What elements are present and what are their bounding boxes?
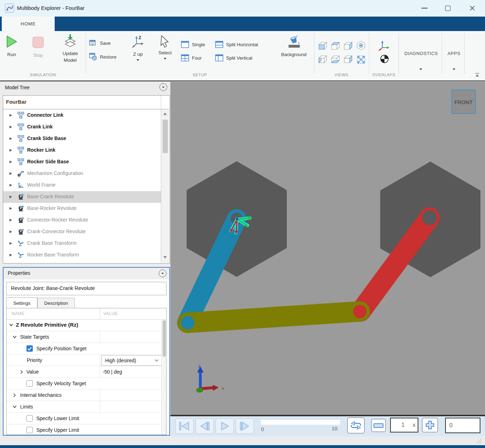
diagnostics-button[interactable]: DIAGNOSTICS — [401, 51, 442, 56]
tree-item-rocker-base-transform[interactable]: Rocker Base Transform — [3, 249, 161, 261]
scroll-up-icon[interactable] — [163, 113, 167, 115]
properties-collapse-button[interactable] — [159, 270, 166, 277]
step-back-button[interactable] — [195, 418, 214, 434]
expand-triangle-icon[interactable] — [10, 149, 12, 152]
view-left-icon[interactable] — [318, 55, 327, 63]
expand-triangle-icon[interactable] — [10, 137, 12, 140]
tree-item-connector-link[interactable]: Connector Link — [3, 110, 161, 121]
chevron-down-icon[interactable] — [12, 405, 17, 408]
view-cube-front-badge[interactable]: FRONT — [452, 90, 475, 114]
specify-lower-limit-checkbox[interactable] — [26, 415, 33, 422]
time-field[interactable]: 0 — [445, 418, 480, 433]
z-up-dropdown-caret[interactable] — [137, 59, 139, 61]
chevron-right-icon[interactable] — [20, 370, 23, 374]
speed-display[interactable]: 1 x — [390, 418, 418, 432]
expand-triangle-icon[interactable] — [10, 230, 12, 233]
tree-item-rocker-side-base[interactable]: Rocker Side Base — [3, 156, 161, 168]
properties-scrollbar[interactable] — [162, 320, 166, 435]
resize-grip[interactable] — [476, 438, 482, 444]
expand-triangle-icon[interactable] — [10, 207, 12, 210]
priority-dropdown[interactable]: High (desired) — [101, 355, 163, 366]
tab-description[interactable]: Description — [37, 298, 75, 308]
select-dropdown-caret[interactable] — [164, 58, 166, 60]
collapse-ribbon-button[interactable] — [474, 73, 480, 78]
view-right-icon[interactable] — [344, 55, 353, 63]
diagnostics-caret[interactable] — [419, 68, 422, 70]
expand-triangle-icon[interactable] — [10, 195, 12, 198]
chevron-down-icon[interactable] — [12, 335, 17, 339]
view-isometric-icon[interactable] — [356, 41, 366, 50]
tree-item-crank-link[interactable]: Crank Link — [3, 121, 161, 133]
tree-item-crank-base-transform[interactable]: Crank Base Transform — [3, 238, 161, 249]
specify-upper-limit-checkbox[interactable] — [26, 427, 33, 433]
skip-to-start-button[interactable] — [175, 418, 194, 434]
step-forward-button[interactable] — [236, 418, 254, 434]
expand-triangle-icon[interactable] — [10, 254, 12, 256]
connector-link-body[interactable] — [188, 311, 360, 323]
table-header-row: NAME VALUE — [7, 308, 166, 320]
update-model-button[interactable]: Update Model — [56, 34, 85, 63]
run-button[interactable]: Run — [2, 35, 21, 57]
center-of-mass-overlay-icon[interactable] — [380, 54, 389, 63]
apps-button[interactable]: APPS — [443, 51, 465, 56]
view-front-icon[interactable] — [318, 42, 327, 50]
single-view-button[interactable]: Single — [181, 41, 205, 48]
model-tree-collapse-button[interactable] — [159, 83, 167, 91]
expand-triangle-icon[interactable] — [10, 114, 12, 117]
select-button[interactable]: Select — [155, 35, 175, 60]
play-button[interactable] — [216, 418, 234, 434]
speed-increase-button[interactable] — [422, 418, 438, 432]
tree-item-rocker-link[interactable]: Rocker Link — [3, 145, 161, 156]
viewport-3d[interactable]: FRONT z x — [170, 82, 485, 416]
loop-button[interactable] — [347, 417, 365, 434]
frame-overlay-icon[interactable]: k — [378, 40, 390, 52]
expand-triangle-icon[interactable] — [10, 219, 12, 222]
split-vertical-button[interactable]: Split Vertical — [215, 54, 252, 61]
tree-scrollbar[interactable] — [161, 110, 169, 262]
row-state-targets[interactable]: State Targets — [7, 331, 166, 343]
row-value[interactable]: Value -50 | deg — [7, 366, 166, 378]
tree-item-world-frame[interactable]: World Frame — [3, 180, 161, 191]
row-limits[interactable]: Limits — [7, 401, 166, 413]
background-button[interactable]: Background — [277, 35, 311, 57]
chevron-right-icon[interactable] — [13, 393, 16, 398]
scrollbar-thumb[interactable] — [163, 120, 168, 153]
tree-item-crank-connector-revolute[interactable]: Crank-Connector Revolute — [3, 226, 161, 238]
apps-caret[interactable] — [453, 68, 455, 70]
row-primitive[interactable]: Z Revolute Primitive (Rz) — [7, 319, 166, 331]
close-button[interactable] — [464, 2, 480, 14]
view-top-icon[interactable] — [331, 42, 340, 50]
row-internal-mechanics[interactable]: Internal Mechanics — [7, 389, 166, 401]
tab-settings[interactable]: Settings — [6, 297, 37, 308]
view-side-icon[interactable] — [344, 42, 353, 50]
four-view-button[interactable]: Four — [181, 54, 202, 61]
position-target-value[interactable]: -50 | deg — [103, 369, 122, 375]
minimize-button[interactable] — [416, 2, 432, 14]
expand-triangle-icon[interactable] — [10, 242, 12, 245]
z-up-button[interactable]: Z Z up — [129, 35, 147, 61]
expand-triangle-icon[interactable] — [10, 172, 12, 175]
speed-decrease-button[interactable] — [371, 419, 386, 432]
tree-item-connector-rocker-revolute[interactable]: Connector-Rocker Revolute — [3, 214, 161, 226]
scrollbar-thumb[interactable] — [163, 320, 166, 357]
view-bottom-icon[interactable] — [331, 55, 340, 63]
scroll-down-icon[interactable] — [163, 256, 167, 259]
expand-triangle-icon[interactable] — [10, 126, 12, 128]
save-button[interactable]: Save — [89, 40, 111, 47]
tree-item-mechanism-configuration[interactable]: Mechanism Configuration — [3, 168, 161, 180]
maximize-button[interactable] — [439, 2, 456, 14]
split-horizontal-button[interactable]: Split Horizontal — [215, 41, 258, 48]
specify-velocity-target-checkbox[interactable] — [26, 380, 33, 387]
tab-home[interactable]: HOME — [2, 17, 55, 31]
view-fit-icon[interactable] — [356, 55, 366, 64]
tree-item-base-crank-revolute[interactable]: Base-Crank Revolute — [3, 191, 161, 203]
chevron-down-icon[interactable] — [9, 323, 13, 327]
model-tree-root-row[interactable]: FourBar — [3, 96, 169, 109]
time-slider[interactable] — [261, 420, 340, 425]
restore-button[interactable]: Restore — [89, 53, 116, 61]
expand-triangle-icon[interactable] — [10, 161, 12, 163]
tree-item-crank-side-base[interactable]: Crank Side Base — [3, 133, 161, 145]
expand-triangle-icon[interactable] — [10, 184, 12, 187]
specify-position-target-checkbox[interactable] — [26, 345, 33, 352]
tree-item-base-rocker-revolute[interactable]: Base-Rocker Revolute — [3, 203, 161, 214]
